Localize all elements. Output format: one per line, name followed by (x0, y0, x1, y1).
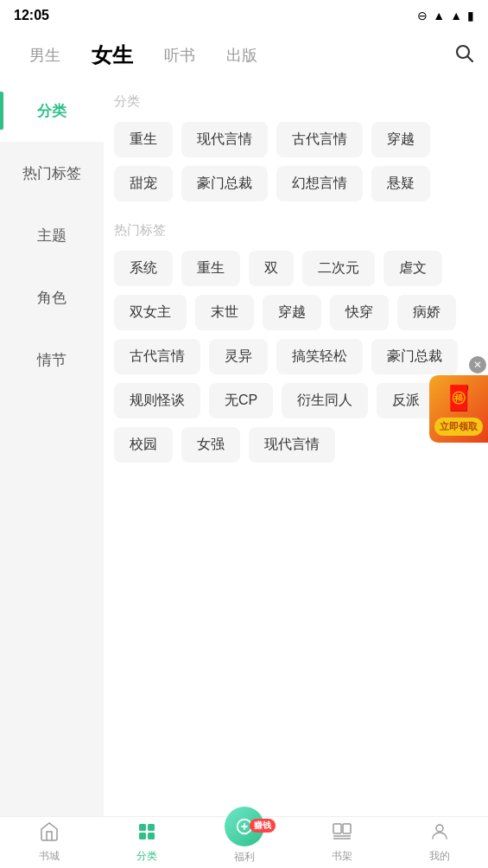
search-button[interactable] (453, 42, 474, 68)
red-envelope-icon: 🧧 (444, 384, 474, 412)
sidebar-item-category[interactable]: 分类 (0, 80, 104, 142)
signal-icon: ▲ (450, 9, 462, 22)
hot-tag-18[interactable]: 校园 (114, 427, 173, 463)
tag-gudai-yanqing[interactable]: 古代言情 (276, 122, 363, 157)
tab-welfare-label: 福利 (234, 850, 255, 865)
bookstore-icon (39, 821, 60, 847)
hot-tag-14[interactable]: 规则怪谈 (114, 383, 200, 418)
section-title-hot: 热门标签 (114, 222, 478, 239)
nav-item-audio[interactable]: 听书 (149, 45, 211, 66)
hot-tag-10[interactable]: 古代言情 (114, 339, 200, 374)
red-envelope-popup: ✕ 🧧 立即领取 (429, 356, 488, 443)
svg-rect-4 (139, 833, 146, 839)
red-envelope-body[interactable]: 🧧 立即领取 (429, 375, 488, 443)
hot-tag-20[interactable]: 现代言情 (249, 427, 335, 463)
main-content: 分类 热门标签 主题 角色 情节 分类 重生 现代言情 古代言情 穿越 甜宠 豪… (0, 80, 488, 816)
section-title-category: 分类 (114, 93, 478, 110)
tag-huanxiang-yanqing[interactable]: 幻想言情 (276, 166, 363, 201)
wifi-icon: ▲ (433, 9, 445, 22)
tab-category-label: 分类 (136, 849, 157, 864)
status-bar: 12:05 ⊖ ▲ ▲ ▮ (0, 0, 488, 31)
tab-shelf[interactable]: 书架 (293, 817, 390, 868)
network-icon: ⊖ (417, 9, 428, 22)
hot-tag-8[interactable]: 快穿 (330, 295, 389, 330)
hot-tag-15[interactable]: 无CP (209, 383, 273, 418)
nav-item-male[interactable]: 男生 (14, 45, 76, 66)
nav-item-publish[interactable]: 出版 (211, 45, 273, 66)
mine-icon (429, 821, 450, 847)
status-time: 12:05 (14, 8, 49, 23)
sidebar: 分类 热门标签 主题 角色 情节 (0, 80, 104, 816)
svg-rect-7 (333, 824, 341, 833)
hot-tag-16[interactable]: 衍生同人 (282, 383, 368, 418)
svg-rect-2 (139, 824, 146, 831)
tab-mine-label: 我的 (429, 849, 450, 864)
hot-tag-5[interactable]: 双女主 (114, 295, 187, 330)
svg-rect-8 (343, 824, 351, 833)
svg-rect-3 (148, 824, 155, 831)
hot-tag-6[interactable]: 末世 (195, 295, 254, 330)
tab-bar: 书城 分类 赚钱 福利 (0, 816, 488, 868)
category-tags-grid: 重生 现代言情 古代言情 穿越 甜宠 豪门总裁 幻想言情 悬疑 (114, 122, 478, 201)
sidebar-item-plot[interactable]: 情节 (0, 329, 104, 391)
hot-tag-17[interactable]: 反派 (377, 383, 435, 418)
svg-point-11 (436, 825, 443, 832)
sidebar-item-theme[interactable]: 主题 (0, 204, 104, 266)
svg-rect-5 (148, 833, 155, 839)
tag-xiandai-yanqing[interactable]: 现代言情 (181, 122, 268, 157)
sidebar-item-hot-tags[interactable]: 热门标签 (0, 142, 104, 204)
tab-welfare[interactable]: 赚钱 福利 (195, 820, 293, 865)
tag-haomen-zongcai[interactable]: 豪门总裁 (181, 166, 268, 201)
tab-bookstore-label: 书城 (39, 849, 60, 864)
sidebar-item-character[interactable]: 角色 (0, 266, 104, 329)
tag-chuanyue[interactable]: 穿越 (371, 122, 430, 157)
tag-xuanyi[interactable]: 悬疑 (371, 166, 430, 201)
svg-line-1 (468, 57, 473, 62)
hot-tag-3[interactable]: 二次元 (302, 251, 375, 286)
hot-tag-11[interactable]: 灵异 (209, 339, 268, 374)
hot-tag-19[interactable]: 女强 (181, 427, 240, 463)
shelf-icon (332, 821, 352, 847)
top-nav: 男生 女生 听书 出版 (0, 31, 488, 80)
status-icons: ⊖ ▲ ▲ ▮ (417, 9, 474, 22)
tab-mine[interactable]: 我的 (390, 817, 488, 868)
nav-item-female[interactable]: 女生 (76, 41, 149, 69)
hot-tag-4[interactable]: 虐文 (383, 251, 442, 286)
hot-tag-7[interactable]: 穿越 (263, 295, 321, 330)
tag-tianchong[interactable]: 甜宠 (114, 166, 173, 201)
hot-tag-1[interactable]: 重生 (181, 251, 240, 286)
hot-tag-12[interactable]: 搞笑轻松 (276, 339, 363, 374)
tab-category[interactable]: 分类 (98, 817, 195, 868)
hot-tag-0[interactable]: 系统 (114, 251, 173, 286)
right-content: 分类 重生 现代言情 古代言情 穿越 甜宠 豪门总裁 幻想言情 悬疑 热门标签 … (104, 80, 488, 816)
tab-bookstore[interactable]: 书城 (0, 817, 98, 868)
category-icon (136, 821, 157, 847)
hot-tags-grid: 系统 重生 双 二次元 虐文 双女主 末世 穿越 快穿 病娇 古代言情 灵异 搞… (114, 251, 478, 463)
hot-tag-2[interactable]: 双 (249, 251, 294, 286)
tab-shelf-label: 书架 (332, 849, 352, 864)
battery-icon: ▮ (467, 9, 474, 22)
tag-chongsheng[interactable]: 重生 (114, 122, 173, 157)
hot-tag-9[interactable]: 病娇 (397, 295, 456, 330)
welfare-badge: 赚钱 (250, 819, 276, 833)
red-envelope-label: 立即领取 (434, 418, 483, 436)
red-envelope-close-button[interactable]: ✕ (469, 356, 486, 373)
